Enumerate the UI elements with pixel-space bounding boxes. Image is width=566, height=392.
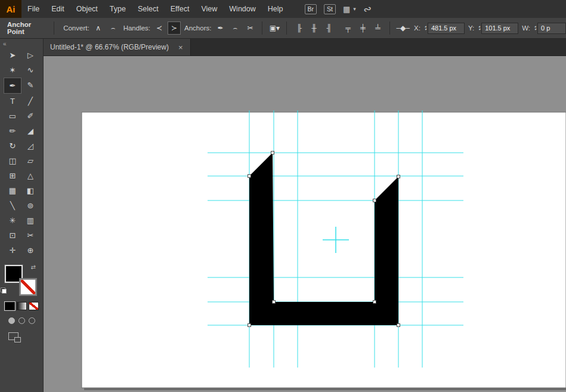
draw-normal-icon[interactable] — [8, 317, 15, 324]
horizontal-align-center-icon[interactable]: ╫ — [307, 21, 320, 35]
workspace-icon[interactable]: ∾ — [361, 2, 374, 17]
isolate-object-menu-icon[interactable]: ▣▾ — [268, 21, 281, 35]
y-stepper[interactable]: ▴▾ — [478, 25, 480, 31]
artboard[interactable] — [82, 112, 566, 388]
anchor-point[interactable] — [397, 324, 400, 327]
draw-behind-icon[interactable] — [18, 317, 25, 324]
anchor-point[interactable] — [373, 301, 376, 304]
zoom-tool[interactable]: ⊕ — [21, 243, 39, 258]
shaper-tool[interactable]: ✏ — [4, 124, 21, 138]
reference-point-icon[interactable]: –◆– — [395, 21, 410, 35]
w-stepper[interactable]: ▴▾ — [534, 25, 536, 31]
anchor-point[interactable] — [373, 199, 376, 202]
show-handles-icon[interactable]: ≺ — [153, 21, 166, 35]
convert-to-corner-icon[interactable]: ∧ — [92, 21, 105, 35]
blend-tool[interactable]: ⊚ — [21, 198, 39, 213]
horizontal-align-right-icon[interactable]: ╢ — [322, 21, 335, 35]
collapse-panel-icon[interactable]: « — [3, 41, 7, 47]
pen-tool[interactable]: ✒ — [4, 78, 21, 94]
hide-handles-icon[interactable]: ≻ — [168, 21, 181, 35]
menu-select[interactable]: Select — [132, 0, 165, 18]
shape-builder-tool[interactable]: ⊞ — [4, 168, 21, 183]
vertical-align-center-icon[interactable]: ╪ — [356, 21, 369, 35]
slice-tool[interactable]: ✂ — [21, 228, 39, 243]
free-transform-tool[interactable]: ▱ — [21, 153, 39, 168]
canvas-svg[interactable] — [43, 55, 566, 392]
menu-file[interactable]: File — [21, 0, 45, 18]
stroke-color-swatch[interactable] — [20, 279, 36, 295]
chevron-down-icon[interactable]: ▾ — [353, 6, 356, 12]
anchor-point[interactable] — [273, 301, 276, 304]
anchor-point[interactable] — [397, 175, 400, 178]
separator — [286, 21, 287, 35]
y-field[interactable]: 101.5 px — [481, 23, 518, 34]
bridge-button[interactable]: Br — [305, 4, 317, 14]
convert-label: Convert: — [63, 24, 89, 32]
anchor-point[interactable] — [248, 324, 251, 327]
menu-object[interactable]: Object — [70, 0, 104, 18]
w-field[interactable]: 0 p — [537, 23, 566, 34]
column-graph-tool[interactable]: ▥ — [21, 213, 39, 228]
symbol-sprayer-tool[interactable]: ✳ — [4, 213, 21, 228]
curvature-tool[interactable]: ✎ — [21, 78, 39, 92]
artboard-tool[interactable]: ⊡ — [4, 228, 21, 243]
document-tab[interactable]: Untitled-1* @ 66.67% (RGB/Preview) × — [43, 39, 191, 55]
menu-type[interactable]: Type — [104, 0, 132, 18]
arrange-documents-icon[interactable]: ▦ — [343, 5, 350, 14]
perspective-grid-tool[interactable]: △ — [21, 168, 39, 183]
default-fill-stroke-icon[interactable] — [1, 288, 7, 294]
x-label: X: — [414, 24, 420, 32]
direct-selection-tool[interactable]: ▷ — [21, 48, 39, 63]
close-tab-icon[interactable]: × — [178, 43, 183, 52]
type-tool[interactable]: T — [4, 94, 21, 109]
convert-to-smooth-icon[interactable]: ⌢ — [107, 21, 120, 35]
anchors-label: Anchors: — [184, 24, 211, 32]
drawing-mode-row — [0, 317, 43, 324]
rectangle-tool[interactable]: ▭ — [4, 109, 21, 124]
connect-anchors-icon[interactable]: ⌢ — [228, 21, 242, 35]
separator — [262, 21, 262, 35]
x-field[interactable]: 481.5 px — [428, 23, 465, 34]
width-tool[interactable]: ◫ — [4, 153, 21, 168]
fill-color-swatch[interactable] — [6, 266, 21, 282]
menu-effect[interactable]: Effect — [165, 0, 196, 18]
eraser-tool[interactable]: ◢ — [21, 124, 39, 138]
line-segment-tool[interactable]: ╱ — [21, 94, 39, 109]
separator — [389, 21, 390, 35]
swap-fill-stroke-icon[interactable]: ⇄ — [31, 264, 36, 270]
app-logo-icon: Ai — [0, 0, 21, 18]
canvas[interactable] — [43, 55, 566, 392]
selection-tool[interactable]: ➤ — [4, 48, 21, 63]
remove-anchor-icon[interactable]: ✒ — [214, 21, 227, 35]
vertical-align-bottom-icon[interactable]: ╧ — [371, 21, 384, 35]
scale-tool[interactable]: ◿ — [21, 138, 39, 153]
menu-help[interactable]: Help — [262, 0, 289, 18]
control-bar-title: Anchor Point — [7, 21, 42, 35]
draw-inside-icon[interactable] — [29, 317, 35, 324]
lasso-tool[interactable]: ∿ — [21, 63, 39, 78]
stock-button[interactable]: St — [324, 4, 336, 14]
cut-path-icon[interactable]: ✂ — [243, 21, 256, 35]
handles-label: Handles: — [123, 24, 150, 32]
hand-tool[interactable]: ✛ — [4, 243, 21, 258]
menu-view[interactable]: View — [195, 0, 223, 18]
menu-edit[interactable]: Edit — [45, 0, 70, 18]
gradient-button[interactable] — [17, 302, 27, 310]
color-button[interactable] — [5, 302, 15, 310]
menu-window[interactable]: Window — [223, 0, 261, 18]
vertical-align-top-icon[interactable]: ╤ — [341, 21, 354, 35]
change-screen-mode-icon[interactable] — [8, 332, 18, 340]
x-stepper[interactable]: ▴▾ — [425, 25, 426, 31]
anchor-point[interactable] — [248, 175, 251, 178]
eyedropper-tool[interactable]: ╲ — [4, 198, 21, 213]
anchor-point[interactable] — [271, 152, 274, 155]
control-bar: Anchor Point Convert: ∧⌢ Handles: ≺≻ Anc… — [0, 18, 566, 39]
paintbrush-tool[interactable]: ✐ — [21, 109, 39, 124]
magic-wand-tool[interactable]: ✶ — [4, 63, 21, 78]
fill-stroke-widget: ⇄ — [5, 265, 38, 295]
horizontal-align-left-icon[interactable]: ╟ — [292, 21, 305, 35]
gradient-tool[interactable]: ◧ — [21, 183, 39, 198]
mesh-tool[interactable]: ▦ — [4, 183, 21, 198]
none-button[interactable] — [29, 302, 39, 310]
rotate-tool[interactable]: ↻ — [4, 138, 21, 153]
